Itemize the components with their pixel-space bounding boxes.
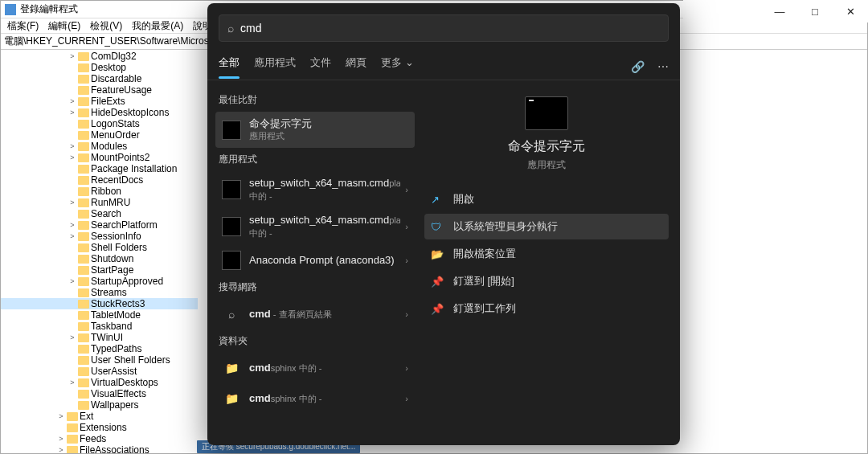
- link-icon[interactable]: 🔗: [631, 60, 645, 73]
- tree-node[interactable]: User Shell Folders: [1, 354, 198, 366]
- result-title: cmdsphinx 中的 -: [249, 392, 321, 404]
- menu-item[interactable]: 編輯(E): [43, 18, 85, 34]
- tree-node[interactable]: Shutdown: [1, 253, 198, 264]
- tree-node[interactable]: TabletMode: [1, 309, 198, 321]
- result-app[interactable]: setup_switch_x64_masm.cmdplatform 中的 -›: [215, 208, 415, 245]
- expand-icon[interactable]: >: [68, 276, 76, 287]
- search-tabs: 全部應用程式文件網頁更多 ⌄ 🔗 ⋯: [207, 53, 680, 80]
- expand-icon[interactable]: >: [68, 377, 76, 388]
- tree-node[interactable]: Desktop: [1, 62, 198, 73]
- tree-node[interactable]: VisualEffects: [1, 388, 198, 399]
- result-best-match[interactable]: 命令提示字元 應用程式: [215, 112, 415, 148]
- result-folder[interactable]: 📁cmdsphinx 中的 -›: [215, 353, 415, 383]
- expand-icon[interactable]: >: [68, 51, 76, 62]
- action-label: 開啟: [453, 192, 474, 207]
- tree-node[interactable]: StartPage: [1, 264, 198, 276]
- tree-node[interactable]: >SearchPlatform: [1, 219, 198, 231]
- tree-node[interactable]: Discardable: [1, 73, 198, 84]
- tree-node[interactable]: >SessionInfo: [1, 231, 198, 242]
- detail-action[interactable]: 📂開啟檔案位置: [424, 241, 669, 267]
- folder-icon: [78, 175, 89, 185]
- tree-node[interactable]: >RunMRU: [1, 197, 198, 208]
- tree-label: Modules: [91, 141, 127, 152]
- search-input[interactable]: [240, 22, 660, 35]
- menu-item[interactable]: 我的最愛(A): [127, 18, 188, 34]
- result-web[interactable]: ⌕ cmd - 查看網頁結果 ›: [215, 299, 415, 329]
- expand-icon[interactable]: >: [68, 231, 76, 242]
- tree-node[interactable]: StuckRects3: [1, 298, 198, 309]
- folder-icon: [78, 265, 89, 275]
- maximize-button[interactable]: □: [797, 6, 833, 18]
- tree-node[interactable]: >HideDesktopIcons: [1, 107, 198, 118]
- search-box[interactable]: ⌕: [219, 14, 669, 42]
- tree-node[interactable]: FeatureUsage: [1, 84, 198, 96]
- search-tab[interactable]: 網頁: [346, 55, 366, 78]
- action-icon: 📌: [431, 303, 445, 315]
- detail-action[interactable]: 📌釘選到 [開始]: [424, 268, 669, 294]
- tree-node[interactable]: >ComDlg32: [1, 51, 198, 62]
- tree-label: Discardable: [91, 73, 141, 84]
- tree-node[interactable]: TypedPaths: [1, 343, 198, 354]
- result-subtitle: 應用程式: [249, 130, 408, 142]
- action-icon: 📌: [431, 276, 445, 288]
- tree-node[interactable]: >VirtualDesktops: [1, 377, 198, 388]
- more-icon[interactable]: ⋯: [657, 60, 669, 73]
- tree-node[interactable]: Search: [1, 208, 198, 219]
- tree-node[interactable]: Taskband: [1, 321, 198, 332]
- tree-node[interactable]: Shell Folders: [1, 242, 198, 253]
- result-title: setup_switch_x64_masm.cmdplatform 中的 -: [249, 177, 400, 202]
- tree-node[interactable]: >Modules: [1, 141, 198, 152]
- expand-icon[interactable]: >: [68, 152, 76, 163]
- folder-icon: [78, 63, 89, 72]
- menu-item[interactable]: 檔案(F): [2, 18, 43, 34]
- folder-icon: [78, 389, 89, 399]
- close-button[interactable]: ✕: [833, 6, 868, 18]
- result-folder[interactable]: 📁cmdsphinx 中的 -›: [215, 383, 415, 414]
- tree-node[interactable]: Extensions: [1, 422, 198, 433]
- tree-node[interactable]: Ribbon: [1, 186, 198, 197]
- tree-node[interactable]: >Feeds: [1, 433, 198, 444]
- result-app[interactable]: Anaconda Prompt (anaconda3)›: [215, 245, 415, 276]
- action-label: 以系統管理員身分執行: [453, 219, 558, 234]
- tree-node[interactable]: Streams: [1, 287, 198, 298]
- tree-node[interactable]: MenuOrder: [1, 129, 198, 141]
- detail-action[interactable]: 🛡以系統管理員身分執行: [424, 214, 669, 239]
- tree-node[interactable]: >MountPoints2: [1, 152, 198, 163]
- tree-node[interactable]: UserAssist: [1, 366, 198, 377]
- expand-icon[interactable]: >: [68, 197, 76, 208]
- expand-icon[interactable]: >: [57, 444, 65, 453]
- tree-node[interactable]: LogonStats: [1, 118, 198, 129]
- tree-node[interactable]: >FileAssociations: [1, 444, 198, 453]
- cmd-icon: [222, 121, 241, 140]
- expand-icon[interactable]: >: [57, 411, 65, 422]
- expand-icon[interactable]: >: [68, 332, 76, 343]
- search-tab[interactable]: 更多 ⌄: [381, 55, 414, 78]
- search-tab[interactable]: 文件: [310, 55, 331, 78]
- minimize-button[interactable]: —: [762, 6, 797, 18]
- expand-icon[interactable]: >: [68, 107, 76, 118]
- tree-node[interactable]: Wallpapers: [1, 399, 198, 411]
- expand-icon[interactable]: >: [68, 141, 76, 152]
- expand-icon[interactable]: >: [68, 96, 76, 107]
- search-results-list: 最佳比對 命令提示字元 應用程式 應用程式 setup_switch_x64_m…: [207, 80, 416, 445]
- tree-node[interactable]: >TWinUI: [1, 332, 198, 343]
- tree-label: SessionInfo: [91, 231, 141, 242]
- detail-thumbnail: [525, 96, 568, 130]
- folder-icon: [78, 96, 89, 106]
- expand-icon[interactable]: >: [57, 433, 65, 444]
- tree-node[interactable]: Package Installation: [1, 163, 198, 174]
- tree-node[interactable]: RecentDocs: [1, 174, 198, 186]
- tree-node[interactable]: >StartupApproved: [1, 276, 198, 287]
- menu-item[interactable]: 檢視(V): [85, 18, 127, 34]
- action-icon: 🛡: [431, 221, 445, 233]
- search-tab[interactable]: 應用程式: [254, 55, 296, 78]
- result-app[interactable]: setup_switch_x64_masm.cmdplatform 中的 -›: [215, 171, 415, 208]
- tree-node[interactable]: >FileExts: [1, 96, 198, 107]
- tree-label: Shell Folders: [91, 242, 147, 253]
- regedit-tree[interactable]: >ComDlg32DesktopDiscardableFeatureUsage>…: [1, 51, 198, 453]
- detail-action[interactable]: ↗開啟: [424, 186, 669, 212]
- search-tab[interactable]: 全部: [219, 55, 240, 78]
- expand-icon[interactable]: >: [68, 219, 76, 231]
- tree-node[interactable]: >Ext: [1, 411, 198, 422]
- detail-action[interactable]: 📌釘選到工作列: [424, 296, 669, 321]
